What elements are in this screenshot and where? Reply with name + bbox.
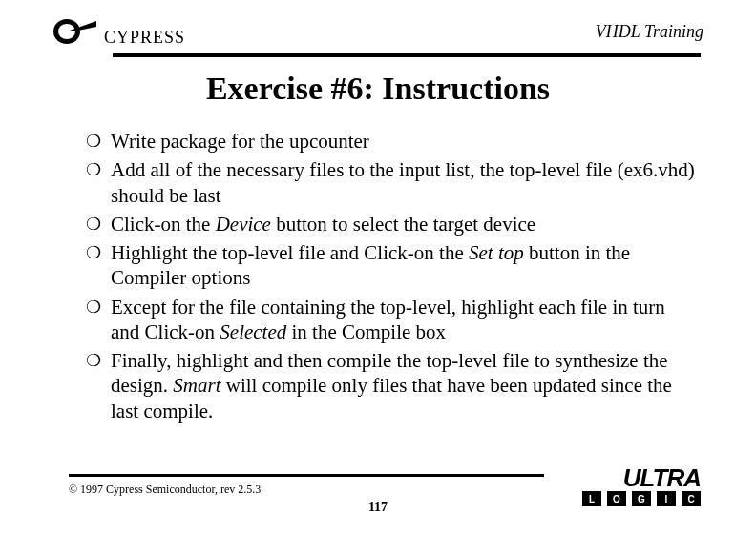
header: CYPRESS VHDL Training	[52, 17, 704, 46]
bullet-marker-icon: ❍	[86, 348, 111, 373]
bullet-list: ❍Write package for the upcounter❍Add all…	[86, 129, 699, 427]
ultra-letter-box: G	[632, 491, 651, 506]
bullet-marker-icon: ❍	[86, 129, 111, 154]
slide-title: Exercise #6: Instructions	[0, 71, 756, 107]
cypress-mark-icon	[52, 17, 98, 46]
bullet-text: Write package for the upcounter	[111, 129, 699, 154]
bullet-marker-icon: ❍	[86, 212, 111, 237]
bullet-text: Add all of the necessary files to the in…	[111, 157, 699, 208]
bullet-item: ❍Except for the file containing the top-…	[86, 295, 699, 345]
header-rule	[113, 53, 701, 57]
ultra-wordmark: ULTRA	[548, 467, 701, 489]
bullet-marker-icon: ❍	[86, 295, 111, 320]
bullet-item: ❍Highlight the top-level file and Click-…	[86, 240, 699, 291]
footer-rule	[69, 474, 544, 477]
ultra-logo: ULTRA LOGIC	[548, 467, 701, 506]
cypress-wordmark: CYPRESS	[104, 28, 185, 48]
bullet-text: Finally, highlight and then compile the …	[111, 348, 699, 423]
bullet-item: ❍Write package for the upcounter	[86, 129, 699, 154]
ultra-letter-box: O	[607, 491, 626, 506]
slide: CYPRESS VHDL Training Exercise #6: Instr…	[0, 0, 756, 536]
course-title: VHDL Training	[596, 22, 704, 42]
ultra-letter-box: L	[582, 491, 601, 506]
ultra-logic-boxes: LOGIC	[548, 491, 701, 506]
bullet-item: ❍Add all of the necessary files to the i…	[86, 157, 699, 208]
bullet-text: Highlight the top-level file and Click-o…	[111, 240, 699, 291]
copyright-text: © 1997 Cypress Semiconductor, rev 2.5.3	[69, 483, 261, 497]
bullet-marker-icon: ❍	[86, 240, 111, 265]
bullet-marker-icon: ❍	[86, 157, 111, 182]
bullet-text: Click-on the Device button to select the…	[111, 212, 699, 237]
cypress-logo: CYPRESS	[52, 17, 185, 46]
bullet-text: Except for the file containing the top-l…	[111, 295, 699, 345]
ultra-letter-box: C	[682, 491, 701, 506]
ultra-letter-box: I	[657, 491, 676, 506]
bullet-item: ❍Click-on the Device button to select th…	[86, 212, 699, 237]
bullet-item: ❍Finally, highlight and then compile the…	[86, 348, 699, 423]
